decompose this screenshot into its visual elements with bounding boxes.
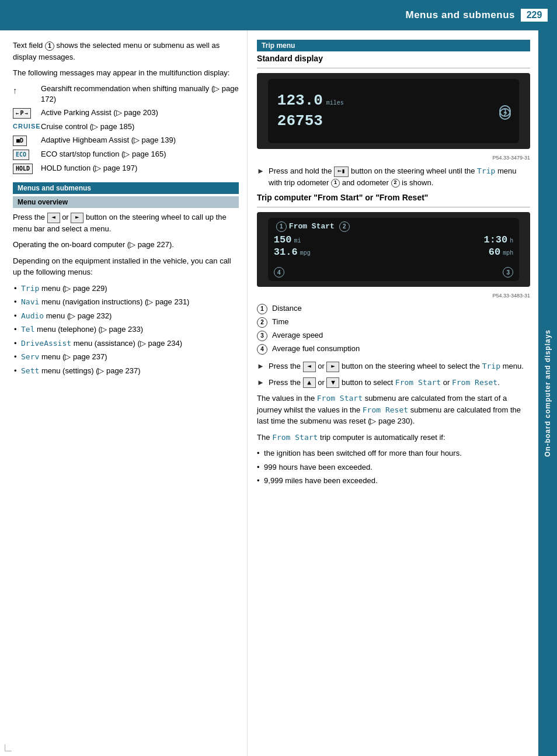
fs-label: From Start: [289, 222, 335, 231]
menu-items-list: Trip menu (▷ page 229) Navi menu (naviga…: [13, 283, 239, 377]
gearshift-icon-cell: ↑: [13, 84, 41, 96]
menu-overview-header: Menu overview: [13, 196, 239, 208]
menu-overview-p3: Depending on the equipment installed in …: [13, 255, 239, 278]
standard-display-heading: Standard display: [257, 54, 530, 63]
list-item: Sett menu (settings) (▷ page 237): [13, 365, 239, 377]
item-1-text: Distance: [272, 303, 302, 314]
left-btn-icon: ◄: [303, 362, 316, 372]
item-3-text: Average speed: [272, 330, 323, 341]
circle-1-fs: 1: [276, 221, 287, 232]
trip-select-bullet: ► Press the ◄ or ► button on the steerin…: [257, 360, 530, 372]
item-4-text: Average fuel consumption: [272, 344, 360, 354]
list-item: Navi menu (navigation instructions) (▷ p…: [13, 296, 239, 308]
fs-speed-unit: mph: [503, 250, 513, 256]
list-item: ←P→ Active Parking Assist (▷ page 203): [13, 107, 239, 119]
arrow-icon-2: ►: [257, 360, 265, 372]
from-select-text: Press the ▲ or ▼ button to select From S…: [269, 377, 500, 389]
fs-distance: 150: [274, 234, 292, 245]
from-start-display: 1 From Start 2 150 mi 1:30 h: [268, 218, 519, 282]
intro-p1: Text field 1 shows the selected menu or …: [13, 40, 239, 63]
dashboard-image-1: 123.0 miles 26753 1 2: [257, 73, 530, 149]
auto-reset-list: the ignition has been switched off for m…: [257, 448, 530, 487]
list-item: ■D Adaptive Highbeam Assist (▷ page 139): [13, 135, 239, 146]
menus-submenus-header: Menus and submenus: [13, 182, 239, 194]
eco-icon-cell: ECO: [13, 149, 41, 160]
fs-row-2: 31.6 mpg 60 mph: [274, 247, 513, 258]
header-bar: Menus and submenus 229: [0, 0, 557, 30]
numbered-items-list: 1 Distance 2 Time 3 Average speed 4 Aver…: [257, 303, 530, 355]
list-item: the ignition has been switched off for m…: [257, 448, 530, 459]
reset-button-icon: ←▮: [334, 167, 349, 177]
hold-icon: HOLD: [13, 164, 33, 174]
eco-icon: ECO: [13, 150, 29, 160]
up-btn-icon: ▲: [303, 377, 316, 388]
circle-2-fs: 2: [339, 221, 350, 232]
num-circle-3: 3: [257, 331, 267, 341]
list-item: 1 Distance: [257, 303, 530, 314]
dash2-caption: P54.33-3483-31: [257, 293, 530, 299]
trip-menu-header: Trip menu: [257, 40, 530, 51]
parking-icon-cell: ←P→: [13, 107, 41, 119]
cruise-text: Cruise control (▷ page 185): [41, 122, 134, 132]
cruise-icon-cell: CRUISE: [13, 122, 41, 131]
fs-top-row: 1 From Start 2: [274, 221, 513, 232]
circle-4-fs: 4: [274, 267, 284, 278]
dash1-caption: P54.33-3479-31: [257, 155, 530, 161]
num-circle-1: 1: [257, 304, 267, 314]
gearshift-text: Gearshift recommendation when shifting m…: [41, 84, 239, 105]
arrow-icon: ►: [257, 165, 265, 177]
left-column: Text field 1 shows the selected menu or …: [0, 30, 248, 756]
odometer-value-1: 123.0: [277, 92, 323, 110]
trip-select-text: Press the ◄ or ► button on the steering …: [269, 360, 524, 372]
from-start-divider: [257, 207, 530, 207]
num-circle-4: 4: [257, 344, 267, 355]
list-item: Audio menu (▷ page 232): [13, 310, 239, 322]
hold-icon-cell: HOLD: [13, 163, 41, 174]
from-select-bullet: ► Press the ▲ or ▼ button to select From…: [257, 377, 530, 389]
gearshift-icon: ↑: [13, 84, 18, 96]
fs-row-1: 150 mi 1:30 h: [274, 234, 513, 245]
cruise-icon: CRUISE: [13, 122, 41, 131]
circle-3-fs: 3: [503, 267, 513, 278]
dashboard-image-2: 1 From Start 2 150 mi 1:30 h: [257, 212, 530, 287]
list-item: Serv menu (▷ page 237): [13, 351, 239, 363]
parking-text: Active Parking Assist (▷ page 203): [41, 107, 158, 118]
from-start-heading: Trip computer "From Start" or "From Rese…: [257, 193, 530, 202]
main-content: Text field 1 shows the selected menu or …: [0, 30, 538, 756]
standard-divider: [257, 68, 530, 68]
fs-mpg-unit: mpg: [300, 250, 311, 256]
standard-bullet: ► Press and hold the ←▮ button on the st…: [257, 165, 530, 188]
item-2-text: Time: [272, 317, 288, 327]
right-btn-icon: ►: [326, 362, 339, 372]
list-item: 3 Average speed: [257, 330, 530, 341]
menu-overview-p1: Press the ◄ or ► button on the steering …: [13, 211, 239, 234]
fs-time-unit: h: [510, 238, 513, 244]
eco-text: ECO start/stop function (▷ page 165): [41, 149, 166, 159]
fs-distance-unit: mi: [294, 238, 301, 244]
fs-mpg: 31.6: [274, 247, 298, 258]
hb-icon: ■D: [13, 136, 27, 146]
hb-icon-cell: ■D: [13, 135, 41, 146]
sidebar-tab-label: On-board computer and displays: [544, 330, 552, 457]
hold-text: HOLD function (▷ page 197): [41, 163, 137, 174]
down-btn-icon: ▼: [326, 377, 339, 388]
num-circle-2: 2: [257, 317, 267, 328]
left-button-icon: ◄: [47, 213, 60, 223]
odometer-unit: miles: [326, 100, 344, 106]
list-item: Trip menu (▷ page 229): [13, 283, 239, 294]
list-item: Tel menu (telephone) (▷ page 233): [13, 324, 239, 335]
page-title: Menus and submenus: [0, 9, 521, 21]
icon-items-list: ↑ Gearshift recommendation when shifting…: [13, 84, 239, 175]
list-item: 4 Average fuel consumption: [257, 344, 530, 355]
right-button-icon: ►: [71, 213, 83, 223]
fs-speed: 60: [489, 247, 500, 258]
intro-p2: The following messages may appear in the…: [13, 67, 239, 79]
list-item: 9,999 miles have been exceeded.: [257, 475, 530, 487]
list-item: CRUISE Cruise control (▷ page 185): [13, 122, 239, 132]
parking-icon: ←P→: [13, 108, 31, 119]
list-item: DriveAssist menu (assistance) (▷ page 23…: [13, 338, 239, 349]
sidebar-tab: On-board computer and displays: [538, 30, 557, 756]
standard-p1: Press and hold the ←▮ button on the stee…: [269, 165, 530, 188]
list-item: HOLD HOLD function (▷ page 197): [13, 163, 239, 174]
from-start-p2: The From Start trip computer is automati…: [257, 432, 530, 443]
